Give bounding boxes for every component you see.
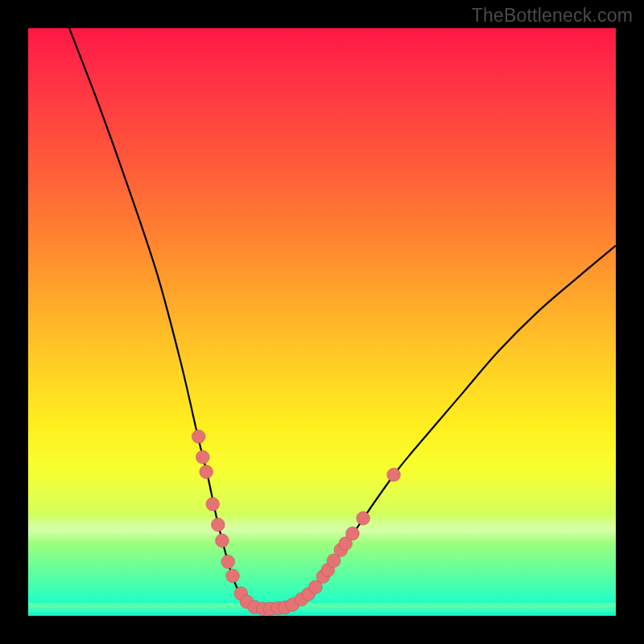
app-frame: TheBottleneck.com (0, 0, 644, 644)
data-dot (357, 512, 370, 526)
data-dot (346, 527, 360, 541)
data-dot (192, 430, 205, 444)
bottleneck-chart (28, 28, 616, 616)
data-dot (211, 518, 225, 532)
data-dot (226, 569, 240, 583)
bottleneck-curve (69, 28, 616, 609)
data-dot (221, 555, 235, 569)
data-dot (216, 534, 229, 547)
data-dot (387, 469, 401, 482)
data-dot (196, 451, 210, 464)
plot-area (28, 28, 616, 616)
data-dot (200, 465, 213, 479)
data-dots (192, 430, 400, 615)
data-dot (206, 497, 220, 511)
watermark-text: TheBottleneck.com (472, 5, 633, 27)
